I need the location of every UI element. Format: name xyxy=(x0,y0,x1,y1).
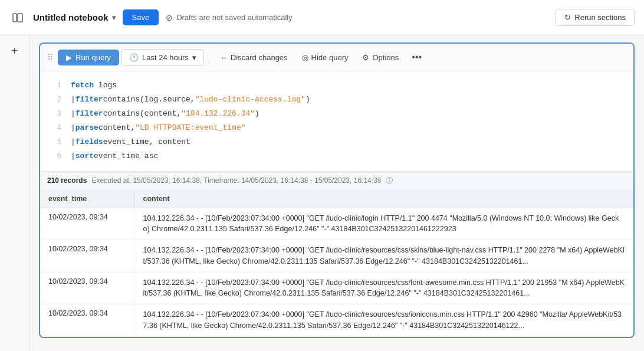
rerun-icon: ↻ xyxy=(564,13,571,22)
more-options-button[interactable]: ••• xyxy=(407,48,426,66)
play-icon: ▶ xyxy=(66,53,72,62)
sliders-icon: ⚙ xyxy=(362,53,369,62)
top-bar-right: ↻ Rerun sections xyxy=(556,9,635,26)
run-query-label: Run query xyxy=(75,53,111,62)
table-header-content: content xyxy=(134,190,633,208)
hide-query-label: Hide query xyxy=(311,53,349,62)
discard-changes-label: Discard changes xyxy=(231,53,288,62)
run-query-button[interactable]: ▶ Run query xyxy=(58,50,119,65)
discard-changes-button[interactable]: ↔ Discard changes xyxy=(214,50,294,65)
table-header-event-time: event_time xyxy=(40,190,134,208)
time-range-button[interactable]: 🕐 Last 24 hours ▾ xyxy=(121,49,204,66)
cell-event-time: 10/02/2023, 09:34 xyxy=(40,208,134,240)
notebook-title-text: Untitled notebook xyxy=(33,12,109,22)
cell-content: 104.132.226.34 - - [10/Feb/2023:07:34:00… xyxy=(134,272,633,304)
draft-notice-text: Drafts are not saved automatically xyxy=(176,13,293,22)
code-line-5: 5 | fields event_time, content xyxy=(40,135,633,149)
draft-notice: ⊘ Drafts are not saved automatically xyxy=(166,13,293,22)
rerun-label: Rerun sections xyxy=(574,13,626,22)
table-body: 10/02/2023, 09:34104.132.226.34 - - [10/… xyxy=(40,208,633,336)
code-editor[interactable]: 1 fetch logs 2 | filter contains(log.sou… xyxy=(40,71,633,171)
table-row: 10/02/2023, 09:34104.132.226.34 - - [10/… xyxy=(40,304,633,337)
add-block-button[interactable]: + xyxy=(6,42,23,59)
top-bar-left: Untitled notebook ▾ Save ⊘ Drafts are no… xyxy=(9,9,293,26)
results-table: event_time content 10/02/2023, 09:34104.… xyxy=(40,190,633,337)
chevron-down-icon: ▾ xyxy=(112,14,116,22)
save-button[interactable]: Save xyxy=(123,9,159,25)
hide-query-button[interactable]: ◎ Hide query xyxy=(296,50,354,65)
code-line-3: 3 | filter contains(content, "104.132.22… xyxy=(40,107,633,121)
query-toolbar: ⠿ ▶ Run query 🕐 Last 24 hours ▾ ↔ Discar… xyxy=(40,44,633,71)
table-row: 10/02/2023, 09:34104.132.226.34 - - [10/… xyxy=(40,240,633,273)
discard-icon: ↔ xyxy=(220,53,228,62)
code-line-6: 6 | sort event_time asc xyxy=(40,149,633,163)
sidebar-icon xyxy=(12,12,23,23)
results-table-wrapper[interactable]: event_time content 10/02/2023, 09:34104.… xyxy=(40,190,633,337)
code-line-2: 2 | filter contains(log.source, "ludo-cl… xyxy=(40,93,633,107)
cell-event-time: 10/02/2023, 09:34 xyxy=(40,304,134,337)
table-row: 10/02/2023, 09:34104.132.226.34 - - [10/… xyxy=(40,208,633,240)
toolbar-separator xyxy=(209,51,209,63)
content-area: ⠿ ▶ Run query 🕐 Last 24 hours ▾ ↔ Discar… xyxy=(29,35,644,351)
info-icon[interactable]: ⓘ xyxy=(386,176,393,186)
draft-icon: ⊘ xyxy=(166,13,173,22)
options-button[interactable]: ⚙ Options xyxy=(356,50,405,65)
table-header: event_time content xyxy=(40,190,633,208)
svg-rect-1 xyxy=(18,14,22,22)
records-count: 210 records xyxy=(47,176,87,185)
drag-handle-icon[interactable]: ⠿ xyxy=(47,53,53,62)
cell-event-time: 10/02/2023, 09:34 xyxy=(40,240,134,273)
eye-icon: ◎ xyxy=(302,53,308,62)
table-row: 10/02/2023, 09:34104.132.226.34 - - [10/… xyxy=(40,272,633,304)
cell-event-time: 10/02/2023, 09:34 xyxy=(40,272,134,304)
svg-rect-0 xyxy=(13,14,17,22)
sidebar-toggle[interactable] xyxy=(9,9,26,26)
time-range-label: Last 24 hours xyxy=(142,53,189,62)
cell-content: 104.132.226.34 - - [10/Feb/2023:07:34:00… xyxy=(134,304,633,337)
query-block: ⠿ ▶ Run query 🕐 Last 24 hours ▾ ↔ Discar… xyxy=(39,42,635,338)
code-line-4: 4 | parse content, "LD HTTPDATE:event_ti… xyxy=(40,121,633,135)
time-chevron-icon: ▾ xyxy=(192,53,196,62)
execution-info: Executed at: 15/05/2023, 16:14:38, Timef… xyxy=(91,176,381,185)
notebook-title[interactable]: Untitled notebook ▾ xyxy=(33,12,116,22)
rerun-sections-button[interactable]: ↻ Rerun sections xyxy=(556,9,635,26)
code-line-1: 1 fetch logs xyxy=(40,78,633,93)
cell-content: 104.132.226.34 - - [10/Feb/2023:07:34:00… xyxy=(134,208,633,240)
cell-content: 104.132.226.34 - - [10/Feb/2023:07:34:00… xyxy=(134,240,633,273)
main-area: + ⠿ ▶ Run query 🕐 Last 24 hours ▾ ↔ Di xyxy=(0,35,644,351)
results-bar: 210 records Executed at: 15/05/2023, 16:… xyxy=(40,171,633,190)
top-bar: Untitled notebook ▾ Save ⊘ Drafts are no… xyxy=(0,0,644,35)
options-label: Options xyxy=(372,53,399,62)
clock-icon: 🕐 xyxy=(129,53,139,62)
left-strip: + xyxy=(0,35,29,351)
